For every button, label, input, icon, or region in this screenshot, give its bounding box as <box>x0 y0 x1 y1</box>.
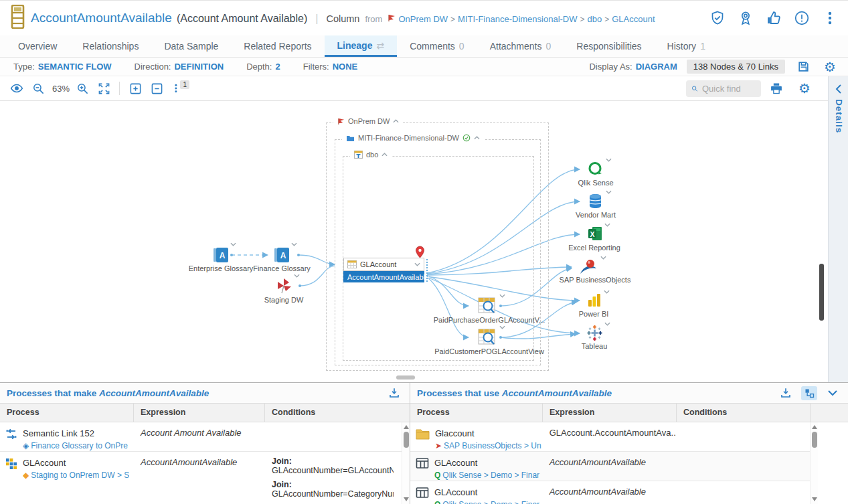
overview-eye-icon[interactable] <box>8 80 25 97</box>
diagram-toolbar: 63% 1 ⚙ <box>0 76 828 101</box>
display-as-value[interactable]: DIAGRAM <box>636 62 677 72</box>
save-diagram-button[interactable] <box>794 58 812 76</box>
container-database-header[interactable]: MITI-Finance-Dimensional-DW <box>342 134 484 142</box>
scroll-down-arrow[interactable] <box>404 497 409 501</box>
use-row-glaccount-qlik-1[interactable]: GLAccount QQlik Sense > Demo > Finar Acc… <box>410 452 810 481</box>
expand-details-chevron-icon[interactable] <box>835 84 842 94</box>
process-path-link[interactable]: ◈Finance Glossary to OnPre <box>23 441 128 450</box>
node-enterprise-glossary[interactable]: A <box>213 247 229 266</box>
print-icon[interactable] <box>768 80 785 97</box>
use-panel-scrollbar[interactable] <box>810 422 818 504</box>
canvas-horizontal-scrollbar[interactable] <box>396 375 415 380</box>
focus-pin-icon <box>415 246 425 261</box>
download-icon[interactable] <box>777 384 794 402</box>
node-chevron-icon[interactable] <box>499 294 505 298</box>
tab-responsibilities[interactable]: Responsibilities <box>564 35 654 57</box>
tab-data-sample[interactable]: Data Sample <box>151 35 231 57</box>
like-thumb-icon[interactable] <box>765 9 782 27</box>
toolbar-more-icon[interactable]: 1 <box>173 80 191 97</box>
scroll-down-arrow[interactable] <box>812 497 817 501</box>
scroll-thumb[interactable] <box>404 432 409 448</box>
make-panel-scrollbar[interactable] <box>402 422 410 504</box>
depth-value[interactable]: 2 <box>275 62 280 72</box>
tab-history[interactable]: History1 <box>655 35 718 57</box>
node-qlik-sense[interactable] <box>587 161 604 180</box>
depth-label: Depth: <box>246 62 272 72</box>
collapse-panel-chevron-icon[interactable] <box>824 384 841 402</box>
download-icon[interactable] <box>386 384 403 402</box>
tab-related-reports[interactable]: Related Reports <box>231 35 324 57</box>
glaccount-table-header[interactable]: GLAccount <box>343 258 424 271</box>
node-chevron-icon[interactable] <box>499 325 505 329</box>
container-schema-header[interactable]: dbo <box>350 151 392 159</box>
process-name: GLAccount <box>434 487 477 497</box>
use-row-glaccount-qlik-2[interactable]: GLAccount QQlik Sense > Demo > Finar Acc… <box>410 481 810 504</box>
breadcrumb-link-schema[interactable]: dbo <box>588 14 602 24</box>
type-value[interactable]: SEMANTIC FLOW <box>38 62 112 72</box>
breadcrumb-link-table[interactable]: GLAccount <box>612 14 655 24</box>
certified-shield-icon[interactable] <box>709 9 726 27</box>
scroll-thumb[interactable] <box>812 432 817 448</box>
use-row-glaccount-bo[interactable]: Glaccount ➤SAP BusinessObjects > Un GLAc… <box>410 422 810 452</box>
collapse-chevron-icon[interactable] <box>474 136 480 140</box>
make-row-semantic-link[interactable]: Semantic Link 152 ◈Finance Glossary to O… <box>0 422 402 452</box>
diagram-settings-gear-icon[interactable]: ⚙ <box>796 80 813 97</box>
collapse-all-icon[interactable] <box>148 80 165 97</box>
node-staging-dw[interactable] <box>275 277 292 297</box>
process-path-link[interactable]: QQlik Sense > Demo > Finar <box>434 471 539 480</box>
direction-value[interactable]: DEFINITION <box>174 62 224 72</box>
tab-relationships[interactable]: Relationships <box>70 35 151 57</box>
process-path-link[interactable]: ◆Staging to OnPrem DW > S <box>23 471 129 480</box>
tab-comments[interactable]: Comments0 <box>397 35 477 57</box>
zoom-in-icon[interactable] <box>74 80 91 97</box>
tab-attachments[interactable]: Attachments0 <box>477 35 564 57</box>
container-label: dbo <box>366 151 378 159</box>
tree-view-toggle-icon[interactable] <box>801 386 817 400</box>
node-power-bi[interactable] <box>586 292 602 311</box>
node-chevron-icon[interactable] <box>230 242 236 246</box>
breadcrumb-link-database[interactable]: MITI-Finance-Dimensional-DW <box>458 14 577 24</box>
alert-circle-icon[interactable] <box>793 9 811 27</box>
scroll-up-arrow[interactable] <box>404 425 409 429</box>
node-chevron-icon[interactable] <box>604 223 610 227</box>
expand-all-icon[interactable] <box>126 80 144 97</box>
node-sap-businessobjects[interactable] <box>578 258 598 278</box>
expand-chevron-icon[interactable] <box>414 262 420 266</box>
breadcrumb-link-model[interactable]: OnPrem DW <box>398 14 448 24</box>
node-chevron-icon[interactable] <box>294 274 300 278</box>
node-chevron-icon[interactable] <box>600 256 606 260</box>
container-onprem-dw-header[interactable]: OnPrem DW <box>333 117 403 125</box>
details-collapsed-panel[interactable]: Details <box>828 76 848 382</box>
lineage-canvas[interactable]: OnPrem DW MITI-Finance-Dimensional-DW db… <box>0 101 828 382</box>
process-path-link[interactable]: QQlik Sense > Demo > Finar <box>434 500 539 504</box>
use-table-header: Process Expression Conditions <box>410 403 848 422</box>
collapse-chevron-icon[interactable] <box>381 153 388 157</box>
lineage-settings-gear-icon[interactable]: ⚙ <box>821 58 839 76</box>
scroll-up-arrow[interactable] <box>812 425 817 429</box>
node-tableau[interactable] <box>586 325 603 344</box>
make-panel-title: Processes that make AccountAmountAvailab… <box>7 388 209 398</box>
node-finance-glossary[interactable]: A <box>274 247 290 266</box>
make-row-glaccount[interactable]: GLAccount ◆Staging to OnPrem DW > S Acco… <box>0 452 402 504</box>
filters-value[interactable]: NONE <box>333 62 358 72</box>
tab-overview[interactable]: Overview <box>5 35 70 57</box>
endorsement-ribbon-icon[interactable] <box>737 9 754 27</box>
canvas-vertical-scrollbar[interactable] <box>819 264 824 321</box>
quick-find-input[interactable] <box>702 84 756 94</box>
tab-lineage[interactable]: Lineage⇄ <box>325 35 398 57</box>
node-paid-customer-po-view[interactable] <box>478 329 497 349</box>
node-chevron-icon[interactable] <box>604 290 610 294</box>
collapse-chevron-icon[interactable] <box>393 119 399 123</box>
node-chevron-icon[interactable] <box>291 242 297 246</box>
node-paid-purchase-order-view[interactable] <box>478 297 497 317</box>
focus-column-row[interactable]: AccountAmountAvailable <box>343 271 424 282</box>
node-chevron-icon[interactable] <box>604 322 610 326</box>
node-chevron-icon[interactable] <box>606 190 612 194</box>
process-path-link[interactable]: ➤SAP BusinessObjects > Un <box>435 441 541 450</box>
more-menu-icon[interactable] <box>821 9 839 27</box>
node-chevron-icon[interactable] <box>606 158 612 162</box>
node-excel-reporting[interactable]: X <box>587 226 603 244</box>
node-vendor-mart[interactable] <box>587 193 604 212</box>
fit-to-screen-icon[interactable] <box>95 80 112 97</box>
zoom-out-icon[interactable] <box>29 80 47 97</box>
